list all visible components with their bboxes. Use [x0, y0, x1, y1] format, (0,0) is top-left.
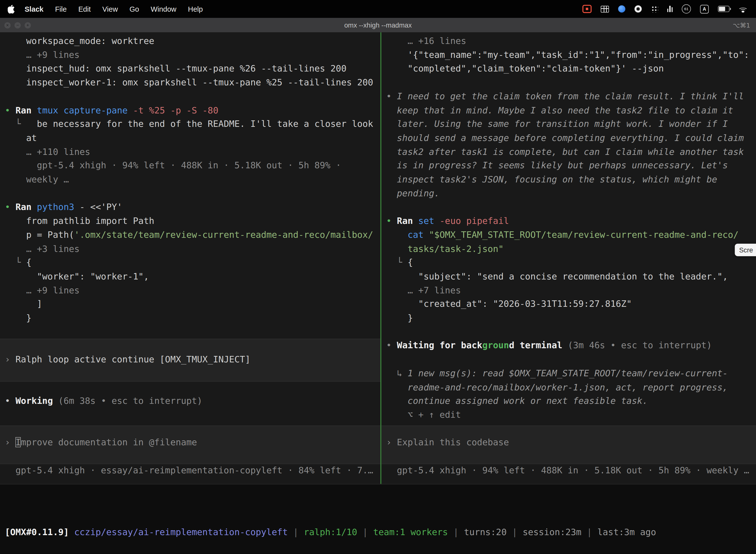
terminal-line	[0, 422, 380, 436]
gauge-61-icon[interactable]: 61	[682, 4, 691, 14]
menu-bar-status-icons: 61 A	[582, 4, 756, 14]
terminal-line: pending.	[381, 187, 756, 201]
omx-status-line: [OMX#0.11.9] cczip/essay/ai-reimplementa…	[5, 525, 656, 539]
terminal-line: weekly …	[0, 173, 380, 187]
menu-view[interactable]: View	[103, 5, 118, 13]
terminal-line: tasks/task-2.json"	[381, 242, 756, 256]
terminal-line: › Improve documentation in @filename	[0, 436, 380, 450]
menu-edit[interactable]: Edit	[78, 5, 91, 13]
window-title: omx --xhigh --madmax	[0, 21, 756, 29]
screen-record-icon[interactable]	[582, 4, 591, 14]
terminal-line: … +9 lines	[0, 283, 380, 297]
terminal-line: '{"team_name":"my-team","task_id":"1","f…	[381, 48, 756, 62]
terminal-line: • Working (6m 38s • esc to interrupt)	[0, 394, 380, 408]
terminal-line: … +9 lines	[0, 48, 380, 62]
terminal-line: "completed","claim_token":"claim-token"}…	[381, 62, 756, 76]
terminal-line: is in progress? It seems likely but perh…	[381, 159, 756, 173]
terminal-line: from pathlib import Path	[0, 214, 380, 228]
terminal-line: inspect_hud: omx sparkshell --tmux-pane …	[0, 62, 380, 76]
terminal-line: • I need to get the claim token from the…	[381, 90, 756, 104]
terminal-line: ↳ 1 new msg(s): read $OMX_TEAM_STATE_ROO…	[381, 367, 756, 381]
terminal-line: › Ralph loop active continue [OMX_TMUX_I…	[0, 353, 380, 367]
terminal-pane-right[interactable]: … +16 lines '{"team_name":"my-team","tas…	[381, 32, 756, 484]
terminal-line: inspect task2's JSON, focusing on the st…	[381, 173, 756, 187]
terminal-line: keep that in mind. Maybe I also need the…	[381, 104, 756, 117]
terminal-line: "subject": "send a concise recommendatio…	[381, 270, 756, 284]
terminal-line	[381, 201, 756, 214]
grid-icon[interactable]	[601, 4, 609, 14]
terminal-line: └ be necessary for the end of the README…	[0, 117, 380, 131]
terminal-line: gpt-5.4 xhigh · 94% left · 488K in · 5.1…	[381, 464, 756, 478]
wifi-icon[interactable]	[739, 4, 747, 14]
menu-go[interactable]: Go	[129, 5, 139, 13]
terminal-line	[381, 76, 756, 90]
apple-menu-icon[interactable]	[8, 4, 15, 13]
terminal-line	[0, 450, 380, 464]
terminal-line: … +3 lines	[0, 242, 380, 256]
menu-items: FileEditViewGoWindowHelp	[55, 5, 214, 13]
terminal-line: at	[0, 131, 380, 145]
menu-window[interactable]: Window	[150, 5, 176, 13]
terminal-line: continue assigned work or next feasible …	[381, 394, 756, 408]
terminal-line: └ {	[0, 256, 380, 270]
terminal-line: • Waiting for background terminal (3m 46…	[381, 339, 756, 353]
terminal-line	[0, 187, 380, 201]
terminal-line: task2 after task1 is complete, but can I…	[381, 145, 756, 159]
terminal-line: inspect_worker-1: omx sparkshell --tmux-…	[0, 76, 380, 90]
terminal-line: }	[0, 311, 380, 325]
dots-grid-icon[interactable]	[650, 4, 658, 14]
terminal-line: gpt-5.4 xhigh · 94% left · 488K in · 5.1…	[0, 159, 380, 173]
terminal-body: workspace_mode: worktree … +9 lines insp…	[0, 32, 756, 554]
menu-help[interactable]: Help	[188, 5, 203, 13]
terminal-line: "created_at": "2026-03-31T11:59:27.816Z"	[381, 297, 756, 311]
terminal-line: "worker": "worker-1",	[0, 270, 380, 284]
terminal-line: … +16 lines	[381, 34, 756, 48]
terminal-line: ⌥ + ↑ edit	[381, 408, 756, 422]
terminal-line	[0, 381, 380, 394]
terminal-line	[381, 422, 756, 436]
active-app-name[interactable]: Slack	[24, 5, 44, 13]
battery-icon[interactable]	[718, 4, 730, 14]
terminal-line: cat "$OMX_TEAM_STATE_ROOT/team/review-cu…	[381, 228, 756, 242]
circle-app-icon[interactable]	[634, 4, 641, 14]
terminal-line	[0, 90, 380, 104]
terminal-line: └ {	[381, 256, 756, 270]
menu-file[interactable]: File	[55, 5, 67, 13]
terminal-line: • Ran python3 - <<'PY'	[0, 201, 380, 214]
window-title-bar[interactable]: × − + omx --xhigh --madmax ⌥⌘1	[0, 18, 756, 33]
terminal-line: gpt-5.4 xhigh · essay/ai-reimplementatio…	[0, 464, 380, 478]
terminal-line: workspace_mode: worktree	[0, 34, 380, 48]
terminal-line: readme-and-reco/mailbox/worker-1.json, a…	[381, 381, 756, 394]
terminal-line	[0, 325, 380, 339]
terminal-pane-left[interactable]: workspace_mode: worktree … +9 lines insp…	[0, 32, 380, 484]
terminal-line: … +7 lines	[381, 283, 756, 297]
terminal-line: later. Using the same for transition mig…	[381, 117, 756, 131]
terminal-line	[0, 367, 380, 381]
terminal-line: • Ran tmux capture-pane -t %25 -p -S -80	[0, 104, 380, 117]
terminal-line: }	[381, 311, 756, 325]
terminal-line	[381, 353, 756, 367]
stats-icon[interactable]	[667, 4, 673, 14]
terminal-line: p = Path('.omx/state/team/review-current…	[0, 228, 380, 242]
pane-bottom-separator	[0, 484, 756, 485]
input-source-icon[interactable]: A	[700, 4, 709, 14]
macos-menu-bar: Slack FileEditViewGoWindowHelp 61 A	[0, 0, 756, 18]
terminal-line: … +110 lines	[0, 145, 380, 159]
terminal-line	[0, 339, 380, 353]
screen: Slack FileEditViewGoWindowHelp 61 A × − …	[0, 0, 756, 554]
terminal-line: › Explain this codebase	[381, 436, 756, 450]
terminal-line	[381, 450, 756, 464]
terminal-line: ]	[0, 297, 380, 311]
terminal-line: should send a message before completing …	[381, 131, 756, 145]
terminal-line	[0, 408, 380, 422]
terminal-line: • Ran set -euo pipefail	[381, 214, 756, 228]
raycast-icon[interactable]	[618, 4, 625, 14]
terminal-line	[381, 325, 756, 339]
